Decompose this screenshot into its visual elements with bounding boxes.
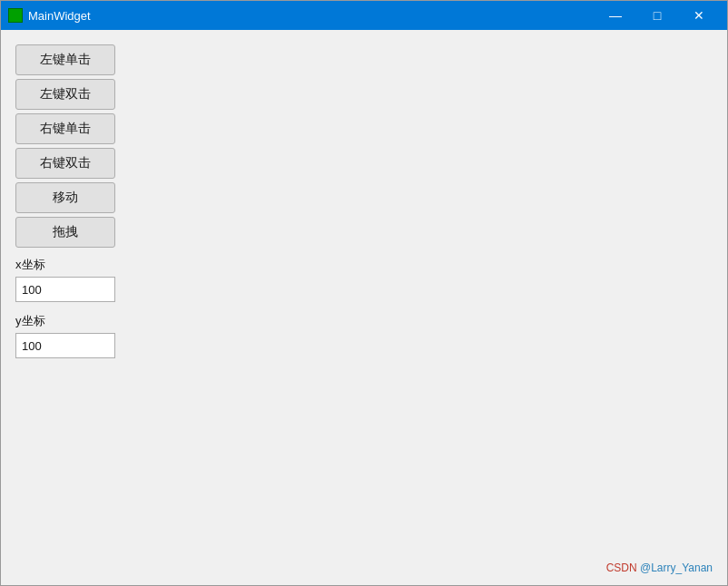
y-coord-group: y坐标 xyxy=(15,313,713,364)
button-group: 左键单击 左键双击 右键单击 右键双击 移动 拖拽 xyxy=(15,44,713,248)
watermark: CSDN @Larry_Yanan xyxy=(606,562,713,574)
watermark-username: @Larry_Yanan xyxy=(640,562,713,574)
x-coord-input[interactable] xyxy=(15,277,115,302)
window-icon xyxy=(8,8,23,23)
maximize-button[interactable]: □ xyxy=(636,1,678,30)
move-btn[interactable]: 移动 xyxy=(15,182,115,213)
title-bar-controls: — □ ✕ xyxy=(595,1,720,30)
left-double-click-btn[interactable]: 左键双击 xyxy=(15,79,115,110)
y-coord-input[interactable] xyxy=(15,333,115,358)
y-coord-label: y坐标 xyxy=(15,313,713,329)
watermark-csdn: CSDN xyxy=(606,562,637,574)
window-body: 左键单击 左键双击 右键单击 右键双击 移动 拖拽 x坐标 y坐标 CSDN @… xyxy=(1,30,727,585)
right-click-btn[interactable]: 右键单击 xyxy=(15,113,115,144)
window-title: MainWidget xyxy=(28,9,595,23)
drag-btn[interactable]: 拖拽 xyxy=(15,217,115,248)
left-click-btn[interactable]: 左键单击 xyxy=(15,44,115,75)
minimize-button[interactable]: — xyxy=(595,1,636,30)
close-button[interactable]: ✕ xyxy=(678,1,720,30)
x-coord-label: x坐标 xyxy=(15,257,713,273)
title-bar: MainWidget — □ ✕ xyxy=(1,1,727,30)
right-double-click-btn[interactable]: 右键双击 xyxy=(15,148,115,179)
main-window: MainWidget — □ ✕ 左键单击 左键双击 右键单击 右键双击 移动 … xyxy=(0,0,728,586)
x-coord-group: x坐标 xyxy=(15,257,713,308)
